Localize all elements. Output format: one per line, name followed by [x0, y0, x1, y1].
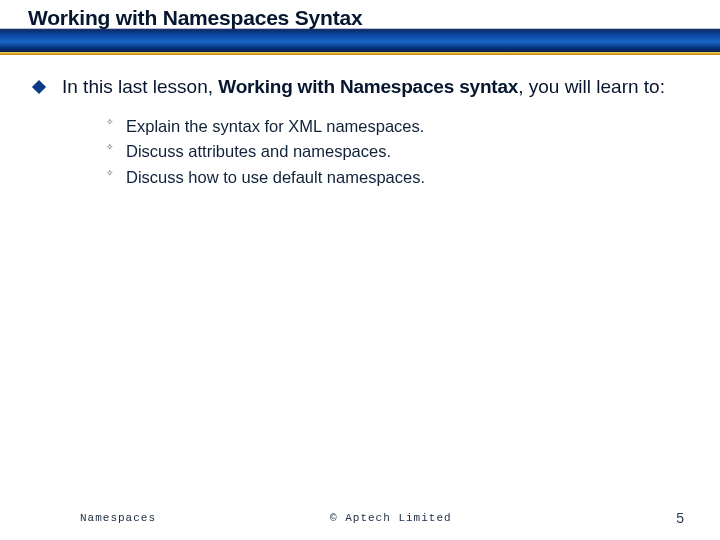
list-item: Explain the syntax for XML namespaces.	[106, 114, 680, 140]
lead-pre: In this last lesson,	[62, 76, 218, 97]
list-item: Discuss attributes and namespaces.	[106, 139, 680, 165]
list-item: Discuss how to use default namespaces.	[106, 165, 680, 191]
lead-topic: Working with Namespaces syntax	[218, 76, 518, 97]
slide: Working with Namespaces Syntax In this l…	[0, 0, 720, 540]
slide-body: In this last lesson, Working with Namesp…	[0, 52, 720, 190]
lead-post: , you will learn to:	[518, 76, 665, 97]
slide-header: Working with Namespaces Syntax	[0, 0, 720, 52]
slide-title: Working with Namespaces Syntax	[28, 6, 720, 30]
lead-bullet-row: In this last lesson, Working with Namesp…	[34, 74, 680, 100]
header-divider	[0, 52, 720, 55]
lead-text: In this last lesson, Working with Namesp…	[62, 74, 665, 100]
sub-list: Explain the syntax for XML namespaces. D…	[106, 114, 680, 191]
footer-left: Namespaces	[80, 512, 300, 524]
diamond-icon	[32, 80, 46, 94]
page-number: 5	[644, 510, 684, 526]
slide-footer: Namespaces © Aptech Limited 5	[0, 510, 720, 526]
footer-center: © Aptech Limited	[300, 512, 644, 524]
